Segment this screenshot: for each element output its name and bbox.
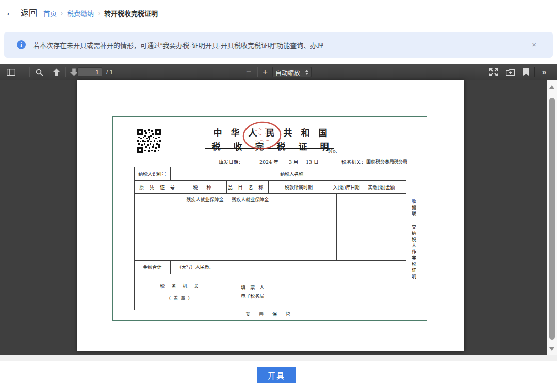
side-note-purpose: 交纳税人作完税证明	[411, 225, 416, 280]
scroll-up-icon[interactable]	[547, 82, 557, 91]
tax-authority-suffix: 税务局	[394, 158, 407, 165]
cell-original-voucher	[135, 194, 182, 260]
info-icon: i	[17, 40, 26, 49]
breadcrumb-separator-icon: ›	[98, 10, 100, 17]
select-spinner-icon	[305, 70, 308, 75]
sidebar-toggle-icon	[7, 69, 15, 76]
side-note-vertical: 收据联交纳税人作完税证明	[411, 199, 417, 292]
certificate-no-label: No.	[328, 148, 337, 154]
cell-tax-type: 残疾人就业保障金	[182, 194, 229, 260]
tax-certificate: 中华人民共和国 税收完税证明 No. 填发日期：	[77, 80, 464, 351]
banner-text: 若本次存在未开具或需补开的情形，可通过“我要办税-证明开具-开具税收完税证明”功…	[33, 40, 323, 50]
table-header-row: 原 凭 证 号 税 种 品 目 名 称 税款所属时期 入(退)库日期 实缴(退)…	[135, 181, 406, 194]
filler-cell: 填 票 人 电子税务局	[224, 274, 281, 310]
keep-safe-note: 妥 善 保 管	[112, 311, 427, 317]
taxpayer-name-label: 纳税人名称	[267, 167, 317, 180]
zoom-mode-value: 自动缩放	[275, 68, 300, 77]
col-item-name: 品 目 名 称	[225, 181, 269, 193]
toolbar-separator	[534, 67, 535, 77]
certificate-table: 纳税人识别号 纳税人名称 原 凭 证 号 税 种 品 目 名 称 税款所属时期 …	[134, 167, 406, 310]
banner-close-icon[interactable]: ×	[532, 40, 536, 49]
col-tax-period: 税款所属时期	[267, 181, 331, 193]
cell-paid-amount	[367, 194, 406, 260]
bookmark-icon	[523, 68, 529, 76]
authority-seal-cell: 税 务 机 关 （盖章）	[135, 274, 224, 310]
fullscreen-icon	[489, 68, 498, 76]
toolbar-separator	[65, 67, 65, 77]
authority-sign-line1: 税 务 机 关	[160, 283, 201, 289]
cell-tax-period	[272, 194, 337, 260]
sidebar-toggle-button[interactable]	[4, 64, 18, 80]
vertical-scrollbar[interactable]	[547, 80, 557, 355]
filler-line2: 电子税务局	[241, 293, 264, 299]
signature-empty-cell	[281, 274, 406, 310]
arrow-down-icon	[70, 68, 78, 76]
more-tools-button[interactable]: »	[537, 64, 551, 80]
breadcrumb-tax-payment[interactable]: 税费缴纳	[67, 8, 94, 18]
back-button[interactable]: ← 返回	[5, 6, 37, 19]
table-data-row: 残疾人就业保障金 残疾人就业保障金	[135, 194, 406, 261]
footer-strip	[0, 355, 557, 361]
search-button[interactable]	[33, 64, 45, 80]
side-note-copy: 收据联	[411, 199, 416, 217]
filler-line1: 填 票 人	[241, 284, 264, 291]
pdf-page: 中华人民共和国 税收完税证明 No. 填发日期：	[77, 80, 464, 351]
zoom-in-button[interactable]: +	[259, 64, 271, 80]
back-arrow-icon: ←	[5, 7, 15, 18]
presentation-mode-button[interactable]	[487, 64, 500, 80]
tax-authority-value: 国家税务总局	[366, 158, 394, 165]
tax-authority-label: 税务机关：	[341, 158, 366, 165]
qr-code	[137, 129, 161, 153]
breadcrumb-current: 转开税收完税证明	[104, 8, 158, 18]
bookmark-button[interactable]	[520, 64, 532, 80]
arrow-up-icon	[53, 68, 60, 76]
col-deposit-date: 入(退)库日期	[331, 181, 362, 193]
red-seal-stamp	[241, 120, 283, 151]
taxpayer-id-value	[171, 167, 267, 180]
breadcrumb-separator-icon: ›	[61, 10, 63, 17]
col-original-voucher: 原 凭 证 号	[135, 181, 182, 193]
open-file-icon	[506, 69, 515, 76]
issue-date-line: 填发日期： 2024 年 3 月 13 日 税务机关： 国家税务总局 税务局	[77, 158, 464, 165]
col-tax-type: 税 种	[180, 181, 227, 193]
taxpayer-row: 纳税人识别号 纳税人名称	[135, 167, 406, 181]
total-row: 金额合计 （大写）人民币:	[135, 261, 406, 274]
zoom-mode-select[interactable]: 自动缩放	[272, 67, 312, 77]
page-count-label: / 1	[106, 69, 113, 76]
total-text: （大写）人民币:	[171, 261, 368, 274]
authority-sign-line2: （盖章）	[166, 295, 195, 301]
col-paid-amount: 实缴(退)金额	[362, 181, 401, 193]
total-label: 金额合计	[135, 261, 171, 274]
pdf-toolbar: / 1 − + 自动缩放	[0, 64, 557, 80]
info-banner: i 若本次存在未开具或需补开的情形，可通过“我要办税-证明开具-开具税收完税证明…	[4, 32, 553, 58]
issue-date-day: 13 日	[306, 158, 319, 165]
issue-button[interactable]: 开具	[257, 367, 296, 383]
zoom-out-button[interactable]: −	[242, 64, 255, 80]
search-icon	[36, 69, 43, 76]
cell-deposit-date	[337, 194, 368, 260]
previous-page-button[interactable]	[50, 64, 63, 80]
pdf-canvas-area: 中华人民共和国 税收完税证明 No. 填发日期：	[0, 80, 557, 355]
issue-date-label: 填发日期：	[219, 158, 243, 165]
breadcrumb: 首页 › 税费缴纳 › 转开税收完税证明	[43, 8, 158, 18]
cell-item-name: 残疾人就业保障金	[228, 194, 272, 260]
footer-bar: 开具	[0, 361, 557, 392]
toolbar-separator	[29, 67, 29, 77]
open-file-button[interactable]	[503, 64, 517, 80]
top-header: ← 返回 首页 › 税费缴纳 › 转开税收完税证明	[0, 0, 557, 24]
page-number-input[interactable]	[77, 67, 102, 77]
total-value	[367, 261, 406, 274]
back-label: 返回	[21, 6, 37, 19]
taxpayer-name-value	[317, 167, 406, 180]
toolbar-separator	[257, 67, 257, 77]
footer-divider	[0, 389, 557, 389]
taxpayer-id-label: 纳税人识别号	[135, 167, 171, 180]
pdf-viewer: / 1 − + 自动缩放	[0, 64, 557, 355]
issue-date-month: 3 月	[289, 158, 299, 165]
scroll-down-icon[interactable]	[547, 345, 557, 353]
scrollbar-thumb[interactable]	[549, 98, 555, 340]
breadcrumb-home[interactable]: 首页	[43, 8, 57, 18]
issue-date-year: 2024 年	[259, 158, 278, 165]
signature-row: 税 务 机 关 （盖章） 填 票 人 电子税务局	[135, 274, 406, 310]
